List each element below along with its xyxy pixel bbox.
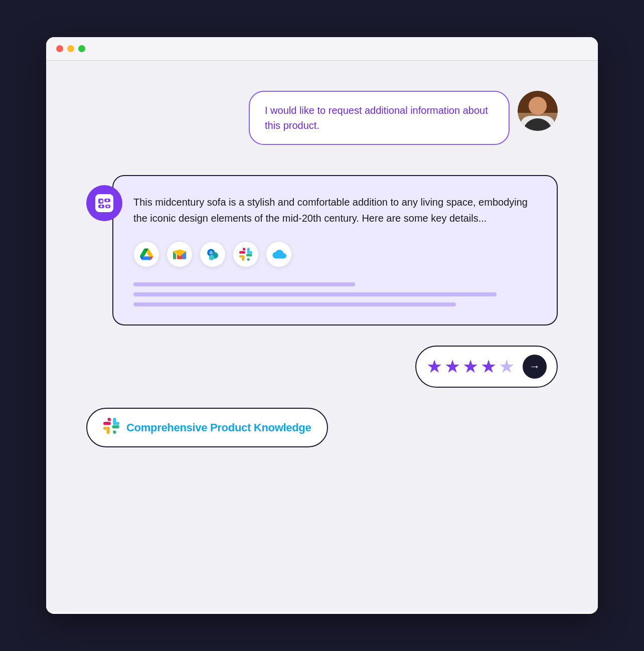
cpk-slack-icon (103, 418, 119, 437)
sharepoint-icon (200, 241, 226, 267)
star-1: ★ (426, 356, 442, 377)
svg-point-11 (210, 251, 213, 255)
cpk-badge[interactable]: Comprehensive Product Knowledge (86, 408, 328, 447)
star-2: ★ (444, 356, 460, 377)
gmail-icon (167, 241, 193, 267)
integration-icons-row (133, 241, 537, 267)
content-line-3 (133, 302, 456, 306)
content-line-1 (133, 282, 355, 286)
content-area: I would like to request additional infor… (46, 61, 598, 612)
content-line-2 (133, 292, 497, 296)
cpk-label: Comprehensive Product Knowledge (126, 421, 311, 434)
user-message-text: I would like to request additional infor… (265, 105, 488, 131)
cloud-icon (266, 241, 292, 267)
slack-icon (233, 241, 259, 267)
bot-message-container: This midcentury sofa is a stylish and co… (86, 175, 558, 326)
rating-bubble: ★ ★ ★ ★ ★ → (415, 346, 558, 388)
rating-arrow-button[interactable]: → (523, 355, 547, 379)
bot-avatar (86, 185, 122, 221)
user-message-bubble: I would like to request additional infor… (249, 91, 510, 145)
browser-window: I would like to request additional infor… (46, 37, 598, 614)
close-button[interactable] (56, 45, 63, 52)
google-drive-icon (133, 241, 159, 267)
minimize-button[interactable] (67, 45, 74, 52)
star-3: ★ (462, 356, 478, 377)
svg-point-4 (100, 200, 103, 203)
rating-container: ★ ★ ★ ★ ★ → (86, 346, 558, 388)
content-lines (133, 282, 537, 306)
avatar-face (529, 97, 547, 115)
bot-message-bubble: This midcentury sofa is a stylish and co… (112, 175, 558, 326)
bot-icon (95, 194, 113, 212)
star-4: ★ (480, 356, 497, 377)
svg-point-10 (209, 255, 214, 260)
bot-message-text: This midcentury sofa is a stylish and co… (133, 194, 537, 226)
user-avatar (518, 91, 558, 131)
maximize-button[interactable] (78, 45, 85, 52)
star-5-half: ★ (499, 356, 515, 377)
user-message-container: I would like to request additional infor… (86, 91, 558, 145)
star-rating: ★ ★ ★ ★ ★ (426, 356, 515, 377)
svg-point-7 (107, 206, 109, 208)
title-bar (46, 37, 598, 61)
svg-point-5 (106, 200, 108, 202)
svg-point-6 (100, 206, 102, 208)
